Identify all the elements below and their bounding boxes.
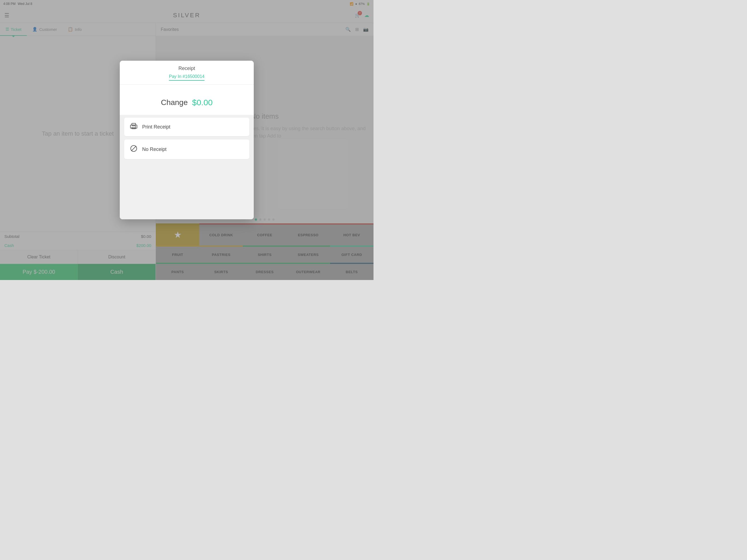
change-label: Change [161, 98, 187, 107]
no-receipt-label: No Receipt [142, 147, 166, 152]
modal-title: Receipt [126, 66, 247, 71]
receipt-modal: Receipt Pay In #16500014 Change $0.00 [120, 61, 254, 219]
modal-overlay: Receipt Pay In #16500014 Change $0.00 [0, 0, 374, 280]
no-receipt-icon [130, 145, 137, 154]
modal-body: Print Receipt No Receipt [120, 115, 254, 219]
modal-header: Receipt Pay In #16500014 [120, 61, 254, 85]
change-display: Change $0.00 [126, 90, 247, 115]
svg-line-5 [131, 146, 136, 151]
print-receipt-label: Print Receipt [142, 124, 170, 130]
svg-point-3 [135, 126, 136, 127]
pay-in-label: Pay In #16500014 [169, 74, 205, 81]
printer-icon [130, 123, 137, 131]
no-receipt-option[interactable]: No Receipt [124, 139, 249, 159]
change-amount: $0.00 [192, 98, 213, 107]
print-receipt-option[interactable]: Print Receipt [124, 118, 249, 136]
